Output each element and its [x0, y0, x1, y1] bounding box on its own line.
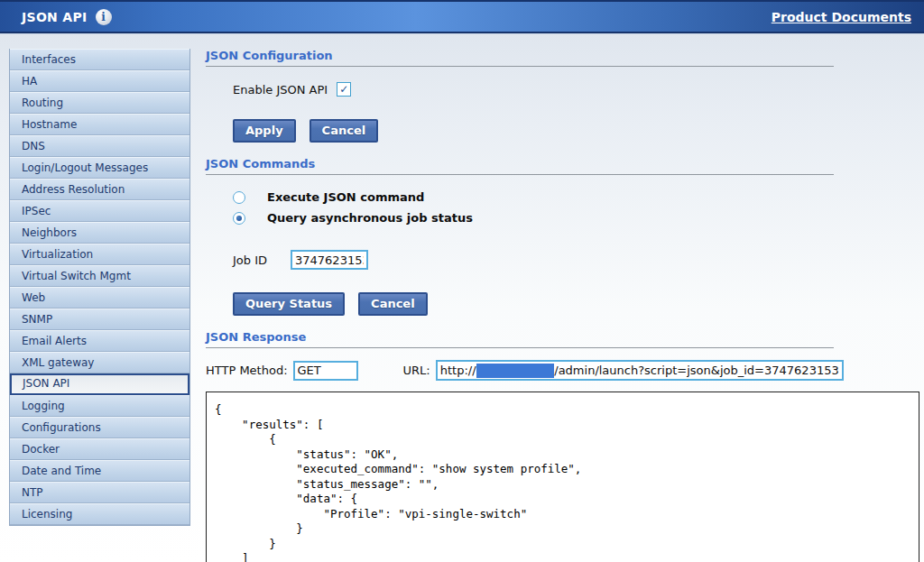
- sidebar-item-date-and-time[interactable]: Date and Time: [10, 460, 189, 482]
- sidebar-item-ipsec[interactable]: IPSec: [10, 200, 189, 222]
- job-id-label: Job ID: [233, 253, 291, 267]
- execute-json-command-label: Execute JSON command: [267, 190, 424, 204]
- execute-json-command-radio[interactable]: [233, 191, 245, 204]
- url-prefix-text: http://: [440, 364, 476, 377]
- sidebar-item-xml-gateway[interactable]: XML gateway: [10, 352, 189, 373]
- job-id-input[interactable]: [291, 250, 368, 270]
- sidebar-item-email-alerts[interactable]: Email Alerts: [10, 330, 189, 352]
- sidebar-item-neighbors[interactable]: Neighbors: [10, 222, 189, 244]
- sidebar: InterfacesHARoutingHostnameDNSLogin/Logo…: [9, 49, 190, 526]
- sidebar-item-virtualization[interactable]: Virtualization: [10, 244, 189, 265]
- sidebar-item-web[interactable]: Web: [10, 287, 189, 309]
- cancel-button[interactable]: Cancel: [310, 119, 379, 143]
- sidebar-item-interfaces[interactable]: Interfaces: [10, 49, 189, 70]
- sidebar-item-configurations[interactable]: Configurations: [10, 417, 189, 438]
- apply-button[interactable]: Apply: [233, 119, 296, 143]
- json-response-text: { "results": [ { "status": "OK", "execut…: [215, 402, 910, 562]
- query-async-job-status-radio[interactable]: [233, 212, 245, 225]
- sidebar-item-logging[interactable]: Logging: [10, 395, 189, 417]
- url-label: URL:: [403, 364, 430, 377]
- sidebar-item-ntp[interactable]: NTP: [10, 482, 189, 503]
- sidebar-item-dns[interactable]: DNS: [10, 135, 189, 157]
- page-title: JSON API: [22, 10, 88, 24]
- sidebar-item-snmp[interactable]: SNMP: [10, 309, 189, 330]
- main-content: JSON Configuration Enable JSON API ✓ App…: [206, 49, 922, 562]
- json-response-box[interactable]: { "results": [ { "status": "OK", "execut…: [206, 392, 919, 562]
- sidebar-item-json-api[interactable]: JSON API: [10, 373, 189, 395]
- sidebar-item-hostname[interactable]: Hostname: [10, 114, 189, 135]
- sidebar-item-address-resolution[interactable]: Address Resolution: [10, 179, 189, 200]
- sidebar-item-ha[interactable]: HA: [10, 70, 189, 92]
- sidebar-item-virtual-switch-mgmt[interactable]: Virtual Switch Mgmt: [10, 265, 189, 287]
- sidebar-item-licensing[interactable]: Licensing: [10, 503, 189, 525]
- sidebar-item-login-logout-messages[interactable]: Login/Logout Messages: [10, 157, 189, 179]
- enable-json-api-checkbox[interactable]: ✓: [337, 82, 351, 97]
- enable-json-api-label: Enable JSON API: [233, 83, 328, 97]
- section-heading-json-commands: JSON Commands: [206, 157, 834, 175]
- query-cancel-button[interactable]: Cancel: [358, 292, 428, 316]
- query-async-job-status-label: Query asynchronous job status: [267, 211, 473, 225]
- url-input[interactable]: http:// /admin/launch?script=json&job_id…: [436, 360, 844, 381]
- top-bar: JSON API i Product Documents: [0, 0, 924, 33]
- info-icon[interactable]: i: [96, 9, 112, 25]
- section-heading-json-configuration: JSON Configuration: [206, 49, 834, 67]
- url-redaction-box: [476, 364, 555, 378]
- sidebar-item-docker[interactable]: Docker: [10, 438, 189, 460]
- http-method-input[interactable]: [293, 361, 358, 381]
- section-heading-json-response: JSON Response: [206, 330, 834, 348]
- http-method-label: HTTP Method:: [206, 364, 288, 377]
- url-suffix-text: /admin/launch?script=json&job_id=3747623…: [554, 364, 838, 377]
- query-status-button[interactable]: Query Status: [233, 292, 345, 316]
- product-documents-link[interactable]: Product Documents: [772, 10, 911, 24]
- sidebar-item-routing[interactable]: Routing: [10, 92, 189, 114]
